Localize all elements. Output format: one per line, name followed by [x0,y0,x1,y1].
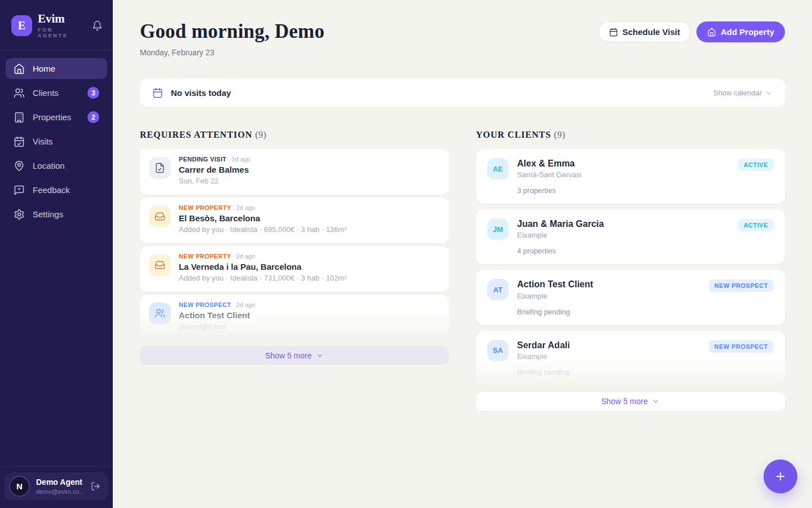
brand-name: Evim [38,12,85,25]
client-name: Serdar Adali [517,340,570,351]
requires-attention-title: Requires Attention (9) [140,130,449,140]
client-row: AE Alex & Emma Sarrià-Sant Gervasi 3 pro… [487,158,774,195]
sidebar-item-settings[interactable]: Settings [6,204,107,225]
client-info: Action Test Client Eixample Briefing pen… [517,279,593,316]
client-avatar: AE [487,158,509,179]
sidebar-item-label: Clients [33,88,80,98]
sidebar-header: E Evim FOR AGENTS [0,0,113,50]
user-menu[interactable]: N Demo Agent demo@evim.co... [5,472,108,500]
card-body: NEW PROPERTY 2d ago La Verneda i la Pau,… [179,253,440,285]
card-meta: playwright-test [179,322,440,331]
sidebar-nav: Home Clients 3 Properties 2 Visits Locat… [0,50,113,233]
add-fab-button[interactable] [764,459,797,493]
brand-text: Evim FOR AGENTS [38,12,85,38]
gear-icon [14,209,25,220]
bell-icon [92,20,103,31]
attention-card-new-prospect[interactable]: NEW PROSPECT 2d ago Action Test Client p… [140,295,449,340]
card-time: 2d ago [236,253,255,260]
icon-tile [149,205,171,227]
card-body: NEW PROPERTY 2d ago El Besòs, Barcelona … [179,204,440,237]
attention-show-more-button[interactable]: Show 5 more [140,346,449,365]
your-clients-section: Your Clients (9) AE Alex & Emma Sarrià-S… [476,130,785,411]
card-meta: Added by you · Idealista · 731,000€ · 3 … [179,274,440,282]
sidebar-footer: N Demo Agent demo@evim.co... [0,466,113,508]
schedule-visit-button[interactable]: Schedule Visit [598,21,691,42]
show-calendar-button[interactable]: Show calendar [713,89,773,97]
sidebar-item-properties[interactable]: Properties 2 [6,107,107,128]
properties-count-badge: 2 [87,111,99,123]
client-avatar: AT [487,279,509,300]
attention-card-new-property[interactable]: NEW PROPERTY 2d ago El Besòs, Barcelona … [140,198,449,243]
client-card[interactable]: AT Action Test Client Eixample Briefing … [476,270,785,325]
page-header: Good morning, Demo Monday, February 23 S… [140,0,785,57]
building-icon [14,112,25,123]
users-icon [14,87,25,99]
logout-button[interactable] [90,480,102,492]
card-top-row: NEW PROSPECT 2d ago [179,301,440,308]
visits-banner-left: No visits today [152,87,231,98]
calendar-icon [609,28,618,37]
attention-card-list: PENDING VISIT 1d ago Carrer de Balmes Su… [140,149,449,340]
users-icon [155,308,165,319]
inbox-icon [155,260,165,270]
status-badge: ACTIVE [738,219,774,231]
plus-icon [774,470,787,483]
add-property-button[interactable]: Add Property [696,21,785,42]
page-title: Good morning, Demo [140,20,324,43]
client-area: Eixample [517,231,604,239]
client-card[interactable]: SA Serdar Adali Eixample Briefing pendin… [476,331,785,386]
card-type-label: PENDING VISIT [179,156,227,163]
card-body: NEW PROSPECT 2d ago Action Test Client p… [179,301,440,334]
client-info: Serdar Adali Eixample Briefing pending [517,340,570,376]
card-meta: Sun, Feb 22 [179,177,440,185]
card-title: Action Test Client [179,310,440,320]
inbox-icon [155,211,165,222]
user-name: Demo Agent [36,478,83,487]
clients-show-more-button[interactable]: Show 5 more [476,392,785,411]
header-actions: Schedule Visit Add Property [598,20,785,42]
clients-count-badge: 3 [87,87,99,99]
current-date: Monday, February 23 [140,48,324,57]
client-row: JM Juan & Maria Garcia Eixample 4 proper… [487,218,774,255]
attention-card-pending-visit[interactable]: PENDING VISIT 1d ago Carrer de Balmes Su… [140,149,449,195]
card-type-label: NEW PROPERTY [179,204,231,211]
sidebar-item-label: Location [33,161,99,170]
show-calendar-label: Show calendar [713,89,762,97]
client-area: Eixample [517,352,570,361]
user-meta: Demo Agent demo@evim.co... [36,478,83,495]
card-top-row: NEW PROPERTY 2d ago [179,253,440,260]
card-body: PENDING VISIT 1d ago Carrer de Balmes Su… [179,156,440,188]
client-card[interactable]: AE Alex & Emma Sarrià-Sant Gervasi 3 pro… [476,149,785,204]
client-card[interactable]: JM Juan & Maria Garcia Eixample 4 proper… [476,209,785,264]
sidebar-item-location[interactable]: Location [6,155,107,176]
card-title: El Besòs, Barcelona [179,213,440,223]
notifications-button[interactable] [91,19,104,32]
logout-icon [91,481,100,491]
house-icon [707,28,716,37]
visits-banner: No visits today Show calendar [140,78,785,107]
requires-attention-section: Requires Attention (9) PENDING VISIT 1d … [140,130,449,411]
card-top-row: PENDING VISIT 1d ago [179,156,440,163]
sidebar-item-visits[interactable]: Visits [6,131,107,152]
user-email: demo@evim.co... [36,488,83,495]
map-pin-icon [14,160,25,172]
brand-tagline: FOR AGENTS [38,27,85,38]
sidebar-item-home[interactable]: Home [6,58,107,79]
greeting-block: Good morning, Demo Monday, February 23 [140,20,324,57]
dashboard-columns: Requires Attention (9) PENDING VISIT 1d … [140,130,785,411]
chevron-down-icon [316,352,324,360]
client-avatar: SA [487,340,509,361]
attention-card-new-property[interactable]: NEW PROPERTY 2d ago La Verneda i la Pau,… [140,246,449,292]
sidebar-item-clients[interactable]: Clients 3 [6,82,107,103]
client-info: Alex & Emma Sarrià-Sant Gervasi 3 proper… [517,158,581,195]
avatar: N [9,476,30,497]
sidebar-item-label: Home [33,64,99,73]
avatar-initial: N [16,481,23,491]
app-root: E Evim FOR AGENTS Home Clients 3 Pr [0,0,812,508]
status-badge: NEW PROSPECT [709,340,774,353]
client-name: Alex & Emma [517,158,581,169]
status-badge: NEW PROSPECT [709,279,774,292]
sidebar-item-label: Feedback [33,185,99,195]
section-count: (9) [554,130,565,139]
sidebar-item-feedback[interactable]: Feedback [6,179,107,200]
